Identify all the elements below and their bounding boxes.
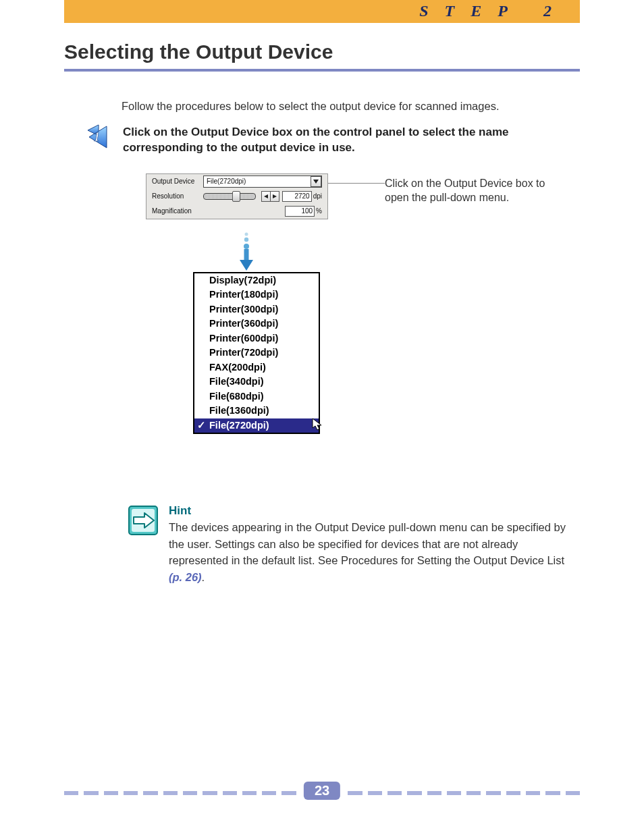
dropdown-arrow-icon[interactable]: [311, 176, 321, 187]
stepper-right-icon[interactable]: [270, 192, 279, 201]
resolution-slider[interactable]: [203, 192, 256, 201]
resolution-stepper[interactable]: [261, 191, 279, 202]
menu-item[interactable]: Display(72dpi): [194, 273, 319, 288]
panel-row-resolution: Resolution 2720 dpi: [146, 189, 327, 204]
output-device-value: File(2720dpi): [204, 177, 311, 186]
hint-suffix: .: [202, 571, 205, 583]
svg-marker-3: [313, 180, 319, 184]
hint-arrow-icon: [128, 506, 158, 535]
control-panel: Output Device File(2720dpi) Resolution: [146, 173, 328, 219]
hint-title: Hint: [169, 504, 580, 518]
hint-text: The devices appearing in the Output Devi…: [169, 519, 580, 586]
svg-marker-11: [313, 418, 321, 430]
hint-box: Hint The devices appearing in the Output…: [128, 504, 580, 586]
menu-item[interactable]: Printer(720dpi): [194, 346, 319, 360]
page-number: 23: [304, 782, 340, 800]
magnification-field[interactable]: 100: [285, 206, 315, 217]
cursor-icon: [312, 418, 324, 431]
menu-item[interactable]: Printer(600dpi): [194, 331, 319, 346]
output-device-menu[interactable]: Display(72dpi)Printer(180dpi)Printer(300…: [193, 272, 320, 435]
page-title: Selecting the Output Device: [64, 40, 580, 63]
arrow-down-icon: [236, 232, 257, 272]
callout-line: [328, 183, 385, 184]
svg-rect-9: [244, 249, 249, 261]
header-bar: STEP 2: [64, 0, 580, 23]
panel-row-output-device: Output Device File(2720dpi): [146, 174, 327, 189]
title-rule: [64, 69, 580, 72]
label-output-device: Output Device: [152, 178, 203, 185]
menu-item[interactable]: File(680dpi): [194, 389, 319, 404]
intro-text: Follow the procedures below to select th…: [122, 100, 580, 113]
menu-item[interactable]: Printer(300dpi): [194, 302, 319, 317]
svg-text:1: 1: [94, 130, 100, 144]
stepper-left-icon[interactable]: [262, 192, 270, 201]
figure-area: Output Device File(2720dpi) Resolution: [142, 173, 644, 457]
svg-point-6: [245, 232, 248, 236]
resolution-field[interactable]: 2720: [282, 191, 312, 202]
callout-text: Click on the Output Device box to open t…: [385, 176, 560, 205]
panel-row-magnification: Magnification 100 %: [146, 204, 327, 219]
menu-item[interactable]: File(1360dpi): [194, 404, 319, 418]
label-magnification: Magnification: [152, 207, 203, 215]
slider-thumb-icon[interactable]: [232, 191, 240, 202]
menu-item[interactable]: Printer(360dpi): [194, 317, 319, 331]
hint-page-ref[interactable]: (p. 26): [169, 571, 202, 583]
magnification-unit: %: [316, 207, 322, 215]
svg-point-7: [244, 238, 248, 242]
instruction-row: 1 Click on the Output Device box on the …: [88, 125, 580, 156]
menu-item[interactable]: File(340dpi): [194, 375, 319, 389]
svg-marker-10: [240, 260, 253, 271]
menu-item[interactable]: File(2720dpi): [194, 418, 319, 433]
resolution-unit: dpi: [313, 192, 322, 200]
step-1-badge-icon: 1: [86, 124, 113, 152]
label-resolution: Resolution: [152, 192, 203, 200]
menu-item[interactable]: Printer(180dpi): [194, 288, 319, 302]
footer-dashes-right: [348, 791, 580, 795]
svg-point-8: [244, 244, 249, 249]
svg-marker-4: [264, 194, 268, 198]
hint-body-text: The devices appearing in the Output Devi…: [169, 521, 566, 567]
output-device-combo[interactable]: File(2720dpi): [203, 175, 322, 188]
footer: 23: [64, 782, 580, 806]
instruction-text: Click on the Output Device box on the co…: [123, 125, 555, 156]
svg-marker-5: [273, 194, 277, 198]
step-label: STEP 2: [419, 2, 568, 20]
menu-item[interactable]: FAX(200dpi): [194, 360, 319, 375]
footer-dashes-left: [64, 791, 296, 795]
